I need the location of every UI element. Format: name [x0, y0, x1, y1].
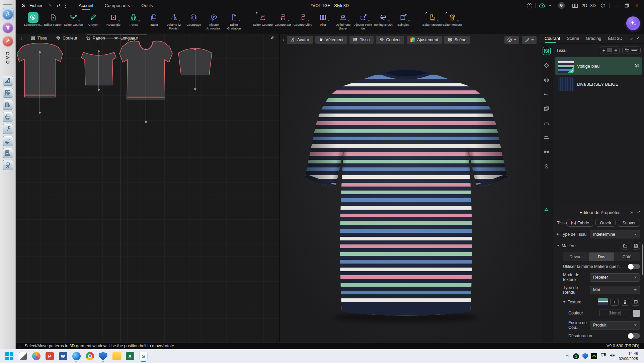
tab3d-ajustement[interactable]: Ajustement — [407, 36, 442, 44]
rail-trim-icon[interactable] — [543, 61, 551, 69]
rail-patch-icon[interactable] — [543, 104, 551, 113]
close-button[interactable]: × — [633, 2, 641, 9]
panel-tab-courant[interactable]: Courant — [544, 34, 560, 43]
tool-couturage[interactable]: Couturage — [184, 12, 204, 27]
undo-button[interactable] — [47, 2, 55, 9]
segment-dos[interactable]: Dos — [589, 252, 614, 261]
rail-fabric-icon[interactable] — [543, 47, 551, 55]
pattern-blocks-button[interactable] — [3, 88, 13, 98]
tool-editer-gradation[interactable]: Editer Gradation — [224, 12, 244, 30]
module-garment-button[interactable] — [2, 21, 14, 33]
tray-nvidia-icon[interactable] — [591, 353, 597, 359]
database-button[interactable] — [3, 160, 13, 170]
account-avatar[interactable]: G — [558, 2, 565, 9]
tab3d-vetement[interactable]: Vêtement — [315, 36, 347, 44]
add-fabric-button[interactable]: + — [600, 48, 608, 53]
collapse-3d-tabs-chevron[interactable]: ‹ — [283, 37, 285, 43]
taskbar-folder[interactable] — [110, 350, 123, 363]
tray-chevron-up[interactable] — [565, 353, 570, 359]
tab2d-longueur[interactable]: Longueur — [114, 36, 138, 41]
tray-volume-icon[interactable] — [610, 353, 615, 359]
texture-thumbnail[interactable] — [598, 298, 608, 305]
tool-crayon[interactable]: Crayon — [83, 12, 103, 27]
tab2d-tissu[interactable]: Tissu — [31, 36, 47, 41]
save-fabric-button[interactable]: Sauver — [618, 219, 640, 227]
tool-ironing-brush[interactable]: Ironing Brush — [373, 12, 393, 27]
tool-epingles[interactable]: Epingles — [393, 12, 413, 27]
same-material-toggle[interactable] — [628, 264, 640, 269]
start-button[interactable] — [3, 350, 16, 363]
reset-view-button[interactable] — [599, 2, 606, 9]
cloud-upload-button[interactable] — [539, 2, 546, 9]
annotate-3d-dropdown[interactable] — [522, 36, 537, 44]
module-design-button[interactable] — [2, 8, 14, 20]
tab3d-scene[interactable]: Scène — [444, 36, 470, 44]
taskbar-powerpoint[interactable]: P — [43, 350, 56, 363]
panel-tab-grading[interactable]: Grading — [585, 34, 601, 43]
taskbar-word[interactable]: W — [56, 350, 70, 363]
save-material-button[interactable] — [632, 242, 640, 249]
taskbar-style3d[interactable]: S — [137, 350, 150, 363]
properties-overflow-button[interactable]: » — [630, 209, 633, 215]
taskbar-security-app[interactable] — [96, 350, 110, 363]
scissors-button[interactable] — [3, 136, 13, 146]
import-export-button[interactable] — [3, 124, 13, 134]
tray-style3d-icon[interactable]: S — [573, 353, 579, 359]
tool-editer-patron[interactable]: Editer Patron — [43, 12, 63, 27]
ruler-tool-button[interactable] — [3, 76, 13, 86]
tab-composants[interactable]: Composants — [104, 1, 131, 10]
panel-tab-etat3d[interactable]: État 3D — [608, 34, 623, 43]
plotter-button[interactable] — [3, 112, 13, 122]
rail-shirring-icon[interactable] — [543, 133, 551, 141]
tool-couture-par[interactable]: Couture par — [273, 12, 293, 27]
tab-accueil[interactable]: Accueil — [78, 1, 94, 10]
tab2d-patron[interactable]: Patron — [86, 36, 105, 41]
rail-thread-icon[interactable] — [543, 90, 551, 98]
fabric-menu-button[interactable]: ≡ — [612, 48, 619, 53]
view-3d-button[interactable]: 3D — [590, 3, 596, 8]
tool-ajouter-point[interactable]: Ajouter Point de — [353, 12, 373, 30]
notes-print-button[interactable] — [3, 148, 13, 158]
taskbar-clock[interactable]: 14:48 02/09/2025 — [619, 351, 638, 361]
tab3d-couleur[interactable]: Couleur — [376, 36, 405, 44]
fabric-view-mode-dropdown[interactable] — [623, 48, 640, 53]
statusbar-handle[interactable]: ⋮ — [18, 344, 22, 349]
tool-fronce[interactable]: Fronce — [124, 12, 144, 27]
color-value-field[interactable]: (None) — [599, 309, 630, 317]
rail-button-icon[interactable] — [543, 76, 551, 84]
taskbar-explorer[interactable] — [16, 350, 29, 363]
tray-network-icon[interactable] — [600, 353, 606, 359]
module-tools-button[interactable] — [2, 35, 14, 47]
segment-cote[interactable]: Côté — [614, 252, 640, 261]
tool-volume-2-points[interactable]: Volume (2 Points) — [164, 12, 184, 30]
tray-defender-icon[interactable] — [582, 353, 588, 359]
tool-editer-courbe[interactable]: Editer Courbe — [63, 12, 83, 27]
cloud-dropdown[interactable] — [549, 5, 552, 6]
render-mode-dropdown[interactable] — [504, 36, 519, 44]
tool-select[interactable]: Sélectionne... — [23, 12, 43, 27]
ai-assistant-button[interactable] — [626, 16, 640, 30]
tool-rectangle[interactable]: Rectangle — [103, 12, 124, 27]
rail-topstitch-icon[interactable] — [543, 119, 551, 127]
tab3d-avatar[interactable]: Avatar — [287, 36, 313, 44]
menu-fichier[interactable]: Fichier — [29, 3, 43, 8]
view-2d-button[interactable]: 2D — [582, 3, 587, 8]
taskbar-excel[interactable]: X — [123, 350, 137, 363]
minimize-button[interactable]: — — [613, 2, 620, 9]
open-fabric-button[interactable]: Ouvrir — [595, 219, 616, 227]
tool-couture-libre[interactable]: Couture Libre — [293, 12, 313, 27]
pattern-2d-window[interactable]: ‹ Tissu Couleur Patron Longueur — [16, 33, 279, 342]
taskbar-chrome[interactable] — [83, 350, 96, 363]
layers-icon[interactable] — [634, 63, 639, 69]
tool-editer-mesure-vetement[interactable]: Editer Mesure — [442, 12, 462, 27]
panel-tab-scene[interactable]: Scène — [566, 34, 579, 43]
panel-overflow-button[interactable]: » — [630, 36, 633, 41]
properties-expand-button[interactable] — [637, 209, 641, 215]
render-type-select[interactable]: Mat — [590, 286, 640, 294]
color-swatch[interactable] — [633, 310, 640, 317]
tool-tracer[interactable]: Tracer — [144, 12, 164, 27]
texture-mode-select[interactable]: Répéter — [590, 273, 640, 282]
desaturation-toggle[interactable] — [628, 333, 640, 339]
redo-button[interactable] — [55, 2, 62, 9]
maximize-button[interactable] — [623, 2, 630, 9]
